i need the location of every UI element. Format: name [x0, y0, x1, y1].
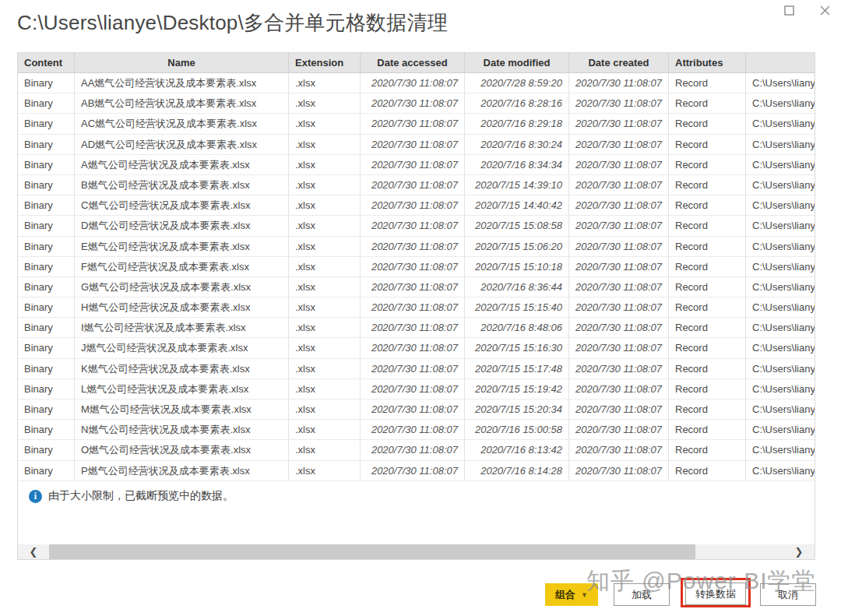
- table-cell-attributes[interactable]: Record: [669, 195, 746, 216]
- table-row[interactable]: BinaryAD燃气公司经营状况及成本要素表.xlsx.xlsx2020/7/3…: [18, 135, 815, 155]
- table-cell-name[interactable]: O燃气公司经营状况及成本要素表.xlsx: [75, 440, 289, 460]
- maximize-button[interactable]: [779, 0, 799, 20]
- table-cell-content[interactable]: Binary: [18, 318, 75, 338]
- table-cell-name[interactable]: L燃气公司经营状况及成本要素表.xlsx: [75, 379, 289, 400]
- table-cell-content[interactable]: Binary: [18, 93, 75, 114]
- table-cell-folder_path[interactable]: C:\Users\liany: [746, 135, 815, 155]
- table-cell-name[interactable]: D燃气公司经营状况及成本要素表.xlsx: [75, 216, 289, 236]
- table-row[interactable]: BinaryAA燃气公司经营状况及成本要素表.xlsx.xlsx2020/7/3…: [18, 73, 815, 93]
- table-cell-date_accessed[interactable]: 2020/7/30 11:08:07: [361, 400, 465, 420]
- table-cell-date_modified[interactable]: 2020/7/16 8:34:34: [465, 155, 569, 175]
- table-cell-folder_path[interactable]: C:\Users\liany: [746, 73, 815, 93]
- table-row[interactable]: BinaryA燃气公司经营状况及成本要素表.xlsx.xlsx2020/7/30…: [18, 155, 815, 175]
- table-cell-date_created[interactable]: 2020/7/30 11:08:07: [569, 359, 669, 379]
- table-cell-folder_path[interactable]: C:\Users\liany: [746, 318, 815, 338]
- table-row[interactable]: BinaryK燃气公司经营状况及成本要素表.xlsx.xlsx2020/7/30…: [18, 359, 815, 379]
- table-cell-date_modified[interactable]: 2020/7/15 15:08:58: [465, 216, 569, 236]
- scroll-right-icon[interactable]: ❯: [783, 544, 815, 559]
- table-cell-date_modified[interactable]: 2020/7/15 15:20:34: [465, 400, 569, 420]
- table-cell-folder_path[interactable]: C:\Users\liany: [746, 420, 815, 440]
- table-cell-extension[interactable]: .xlsx: [289, 257, 361, 277]
- table-cell-date_accessed[interactable]: 2020/7/30 11:08:07: [361, 114, 465, 134]
- table-cell-content[interactable]: Binary: [18, 114, 75, 134]
- cancel-button[interactable]: 取消: [760, 583, 816, 606]
- table-row[interactable]: BinaryH燃气公司经营状况及成本要素表.xlsx.xlsx2020/7/30…: [18, 297, 815, 318]
- table-cell-date_modified[interactable]: 2020/7/15 15:17:48: [465, 359, 569, 379]
- table-cell-attributes[interactable]: Record: [669, 461, 746, 481]
- table-cell-content[interactable]: Binary: [18, 195, 75, 216]
- table-cell-extension[interactable]: .xlsx: [289, 237, 361, 257]
- table-cell-content[interactable]: Binary: [18, 257, 75, 277]
- table-cell-name[interactable]: AD燃气公司经营状况及成本要素表.xlsx: [75, 135, 289, 155]
- table-cell-content[interactable]: Binary: [18, 135, 75, 155]
- table-cell-date_modified[interactable]: 2020/7/15 15:15:40: [465, 297, 569, 318]
- table-cell-date_modified[interactable]: 2020/7/16 8:48:06: [465, 318, 569, 338]
- table-cell-content[interactable]: Binary: [18, 440, 75, 460]
- table-cell-content[interactable]: Binary: [18, 379, 75, 400]
- table-cell-date_created[interactable]: 2020/7/30 11:08:07: [569, 257, 669, 277]
- table-cell-attributes[interactable]: Record: [669, 216, 746, 236]
- table-cell-date_created[interactable]: 2020/7/30 11:08:07: [569, 297, 669, 318]
- table-cell-content[interactable]: Binary: [18, 297, 75, 318]
- table-cell-attributes[interactable]: Record: [669, 135, 746, 155]
- table-cell-extension[interactable]: .xlsx: [289, 461, 361, 481]
- table-cell-name[interactable]: F燃气公司经营状况及成本要素表.xlsx: [75, 257, 289, 277]
- scroll-left-icon[interactable]: ❮: [18, 544, 49, 559]
- table-row[interactable]: BinaryI燃气公司经营状况及成本要素表.xlsx.xlsx2020/7/30…: [18, 318, 815, 338]
- table-cell-date_modified[interactable]: 2020/7/16 8:28:16: [465, 93, 569, 114]
- table-cell-date_accessed[interactable]: 2020/7/30 11:08:07: [361, 277, 465, 297]
- table-cell-attributes[interactable]: Record: [669, 359, 746, 379]
- table-cell-date_accessed[interactable]: 2020/7/30 11:08:07: [361, 440, 465, 460]
- table-cell-name[interactable]: C燃气公司经营状况及成本要素表.xlsx: [75, 195, 289, 216]
- table-cell-folder_path[interactable]: C:\Users\liany: [746, 114, 815, 134]
- combine-button[interactable]: 组合 ▼: [545, 583, 598, 606]
- table-cell-date_accessed[interactable]: 2020/7/30 11:08:07: [361, 359, 465, 379]
- table-cell-date_created[interactable]: 2020/7/30 11:08:07: [569, 420, 669, 440]
- table-row[interactable]: BinaryC燃气公司经营状况及成本要素表.xlsx.xlsx2020/7/30…: [18, 195, 815, 216]
- table-cell-date_accessed[interactable]: 2020/7/30 11:08:07: [361, 175, 465, 195]
- transform-data-button[interactable]: 转换数据: [685, 583, 746, 605]
- table-cell-folder_path[interactable]: C:\Users\liany: [746, 257, 815, 277]
- table-cell-date_created[interactable]: 2020/7/30 11:08:07: [569, 237, 669, 257]
- table-cell-content[interactable]: Binary: [18, 73, 75, 93]
- table-cell-name[interactable]: AC燃气公司经营状况及成本要素表.xlsx: [75, 114, 289, 134]
- table-cell-date_modified[interactable]: 2020/7/28 8:59:20: [465, 73, 569, 93]
- table-cell-extension[interactable]: .xlsx: [289, 359, 361, 379]
- load-button[interactable]: 加载: [614, 583, 670, 606]
- table-cell-attributes[interactable]: Record: [669, 440, 746, 460]
- table-cell-date_created[interactable]: 2020/7/30 11:08:07: [569, 216, 669, 236]
- table-cell-date_accessed[interactable]: 2020/7/30 11:08:07: [361, 257, 465, 277]
- table-cell-folder_path[interactable]: C:\Users\liany: [746, 93, 815, 114]
- table-cell-date_accessed[interactable]: 2020/7/30 11:08:07: [361, 297, 465, 318]
- table-row[interactable]: BinaryAC燃气公司经营状况及成本要素表.xlsx.xlsx2020/7/3…: [18, 114, 815, 134]
- table-cell-folder_path[interactable]: C:\Users\liany: [746, 461, 815, 481]
- table-cell-attributes[interactable]: Record: [669, 155, 746, 175]
- table-cell-date_modified[interactable]: 2020/7/16 8:30:24: [465, 135, 569, 155]
- table-cell-extension[interactable]: .xlsx: [289, 175, 361, 195]
- table-cell-name[interactable]: H燃气公司经营状况及成本要素表.xlsx: [75, 297, 289, 318]
- table-cell-attributes[interactable]: Record: [669, 338, 746, 358]
- table-cell-date_modified[interactable]: 2020/7/16 8:29:18: [465, 114, 569, 134]
- table-row[interactable]: BinaryAB燃气公司经营状况及成本要素表.xlsx.xlsx2020/7/3…: [18, 93, 815, 114]
- table-cell-attributes[interactable]: Record: [669, 257, 746, 277]
- table-cell-name[interactable]: AA燃气公司经营状况及成本要素表.xlsx: [75, 73, 289, 93]
- table-cell-attributes[interactable]: Record: [669, 114, 746, 134]
- table-cell-folder_path[interactable]: C:\Users\liany: [746, 216, 815, 236]
- table-cell-content[interactable]: Binary: [18, 461, 75, 481]
- table-cell-attributes[interactable]: Record: [669, 93, 746, 114]
- table-cell-folder_path[interactable]: C:\Users\liany: [746, 175, 815, 195]
- table-cell-extension[interactable]: .xlsx: [289, 277, 361, 297]
- table-cell-extension[interactable]: .xlsx: [289, 297, 361, 318]
- table-cell-date_accessed[interactable]: 2020/7/30 11:08:07: [361, 195, 465, 216]
- table-cell-date_created[interactable]: 2020/7/30 11:08:07: [569, 440, 669, 460]
- table-cell-date_created[interactable]: 2020/7/30 11:08:07: [569, 114, 669, 134]
- table-cell-folder_path[interactable]: C:\Users\liany: [746, 440, 815, 460]
- table-cell-date_created[interactable]: 2020/7/30 11:08:07: [569, 400, 669, 420]
- table-cell-folder_path[interactable]: C:\Users\liany: [746, 379, 815, 400]
- table-cell-date_accessed[interactable]: 2020/7/30 11:08:07: [361, 338, 465, 358]
- table-cell-folder_path[interactable]: C:\Users\liany: [746, 237, 815, 257]
- table-cell-date_modified[interactable]: 2020/7/15 15:10:18: [465, 257, 569, 277]
- table-cell-date_modified[interactable]: 2020/7/16 15:00:58: [465, 420, 569, 440]
- scrollbar-thumb[interactable]: [49, 544, 695, 559]
- table-cell-folder_path[interactable]: C:\Users\liany: [746, 338, 815, 358]
